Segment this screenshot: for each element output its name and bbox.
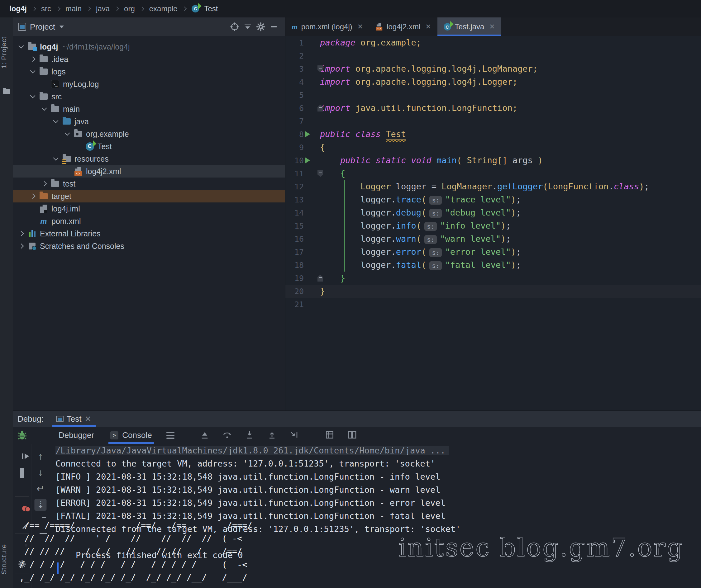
editor-tab-pom-xml-log4j-[interactable]: mpom.xml (log4j)✕: [285, 17, 369, 36]
gutter[interactable]: [304, 62, 320, 75]
line-number[interactable]: 3: [285, 64, 304, 73]
tree-row-main[interactable]: main: [13, 103, 285, 115]
tree-expanded-chevron[interactable]: [30, 93, 35, 98]
tree-collapsed-chevron[interactable]: [19, 244, 24, 249]
tree-row-scratches-and-consoles[interactable]: Scratches and Consoles: [13, 240, 285, 252]
line-number[interactable]: 19: [285, 274, 304, 283]
tree-expanded-chevron[interactable]: [65, 130, 70, 136]
line-number[interactable]: 20: [285, 287, 304, 296]
tree-row-log4j2-xml[interactable]: <>log4j2.xml: [13, 165, 285, 178]
gutter[interactable]: [304, 298, 320, 311]
tree-row-resources[interactable]: resources: [13, 153, 285, 165]
step-over-icon[interactable]: [222, 430, 232, 441]
line-number[interactable]: 17: [285, 248, 304, 257]
tree-row-test[interactable]: CTest: [13, 140, 285, 153]
close-icon[interactable]: ✕: [85, 414, 91, 424]
line-number[interactable]: 6: [285, 104, 304, 113]
line-number[interactable]: 14: [285, 208, 304, 217]
tree-row-mylog-log[interactable]: >_myLog.log: [13, 78, 285, 90]
step-into-icon[interactable]: [245, 430, 255, 441]
breadcrumb-item[interactable]: example: [149, 4, 178, 13]
gutter[interactable]: [304, 285, 320, 298]
tool-window-button-structure[interactable]: Structure: [0, 528, 13, 588]
breadcrumb-item[interactable]: main: [65, 4, 82, 13]
line-number[interactable]: 21: [285, 300, 304, 309]
breadcrumb-item[interactable]: Test: [204, 4, 218, 13]
tree-expanded-chevron[interactable]: [42, 105, 47, 111]
settings-gear-icon[interactable]: [18, 560, 26, 570]
down-stack-icon[interactable]: ↓: [38, 468, 43, 477]
line-number[interactable]: 15: [285, 222, 304, 231]
restore-layout-icon[interactable]: [347, 430, 357, 441]
line-number[interactable]: 11: [285, 169, 304, 178]
tree-row-test[interactable]: test: [13, 178, 285, 190]
gutter[interactable]: [304, 232, 320, 245]
line-number[interactable]: 2: [285, 51, 304, 60]
editor-tab-log4j2-xml[interactable]: <>log4j2.xml✕: [369, 17, 437, 36]
line-number[interactable]: 12: [285, 182, 304, 191]
view-breakpoints-icon[interactable]: [325, 430, 334, 441]
breadcrumb-item[interactable]: log4j: [9, 4, 27, 13]
breadcrumb-item[interactable]: java: [96, 4, 110, 13]
gutter[interactable]: [304, 75, 320, 88]
gutter[interactable]: [304, 36, 320, 49]
project-view-title[interactable]: Project: [30, 22, 55, 32]
tree-row--idea[interactable]: .idea: [13, 53, 285, 65]
tree-row-logs[interactable]: logs: [13, 65, 285, 78]
gutter[interactable]: [304, 245, 320, 259]
tree-collapsed-chevron[interactable]: [19, 231, 24, 236]
chevron-down-icon[interactable]: [59, 26, 64, 28]
gutter[interactable]: [304, 88, 320, 101]
gutter[interactable]: [304, 49, 320, 62]
scroll-to-end-icon[interactable]: ⇣: [34, 499, 46, 511]
breadcrumb-item[interactable]: src: [41, 4, 51, 13]
tool-window-button-project[interactable]: 1: Project: [0, 23, 13, 82]
tree-row-target[interactable]: target: [13, 190, 285, 203]
gutter[interactable]: [304, 154, 320, 167]
gutter[interactable]: [304, 272, 320, 285]
options-menu-icon[interactable]: [166, 432, 175, 439]
gutter[interactable]: [304, 167, 320, 180]
tree-row-java[interactable]: java: [13, 115, 285, 128]
gutter[interactable]: [304, 114, 320, 128]
line-number[interactable]: 18: [285, 261, 304, 270]
line-number[interactable]: 10: [285, 156, 304, 165]
tree-row-pom-xml[interactable]: mpom.xml: [13, 215, 285, 227]
tree-collapsed-chevron[interactable]: [30, 194, 35, 199]
close-icon[interactable]: ✕: [425, 23, 431, 31]
gutter[interactable]: [304, 141, 320, 154]
line-number[interactable]: 4: [285, 77, 304, 86]
debug-session-tab[interactable]: Test ✕: [52, 411, 96, 427]
hide-panel-icon[interactable]: [269, 22, 278, 31]
gutter[interactable]: [304, 180, 320, 193]
tree-row-log4j[interactable]: log4j~/d4m1ts/java/log4j: [13, 40, 285, 53]
tree-expanded-chevron[interactable]: [30, 68, 35, 73]
line-number[interactable]: 5: [285, 91, 304, 100]
tree-collapsed-chevron[interactable]: [42, 181, 47, 187]
close-icon[interactable]: ✕: [489, 23, 495, 31]
close-icon[interactable]: ✕: [358, 23, 363, 31]
line-number[interactable]: 16: [285, 235, 304, 244]
console-output[interactable]: /Library/Java/JavaVirtualMachines/jdk1.8…: [55, 444, 701, 588]
run-to-cursor-icon[interactable]: [289, 430, 299, 441]
line-number[interactable]: 7: [285, 117, 304, 126]
up-stack-icon[interactable]: ↑: [38, 452, 43, 461]
tree-expanded-chevron[interactable]: [19, 43, 24, 49]
soft-wrap-icon[interactable]: ↵: [36, 484, 44, 493]
breadcrumb-item[interactable]: org: [124, 4, 135, 13]
pause-button[interactable]: [20, 469, 24, 478]
tree-row-log4j-iml[interactable]: log4j.iml: [13, 203, 285, 215]
run-gutter-icon[interactable]: [305, 131, 310, 137]
show-execution-point-icon[interactable]: [200, 430, 210, 441]
gutter[interactable]: [304, 206, 320, 219]
tree-expanded-chevron[interactable]: [53, 156, 58, 161]
gutter[interactable]: [304, 193, 320, 206]
code-area[interactable]: 1package org.example;23import org.apache…: [285, 36, 701, 311]
gutter[interactable]: [304, 101, 320, 114]
gutter[interactable]: [304, 219, 320, 232]
tree-row-org-example[interactable]: org.example: [13, 128, 285, 140]
tree-row-src[interactable]: src: [13, 90, 285, 103]
line-number[interactable]: 8: [285, 130, 304, 139]
tab-console[interactable]: > Console: [108, 427, 154, 444]
collapse-all-icon[interactable]: [243, 22, 252, 31]
